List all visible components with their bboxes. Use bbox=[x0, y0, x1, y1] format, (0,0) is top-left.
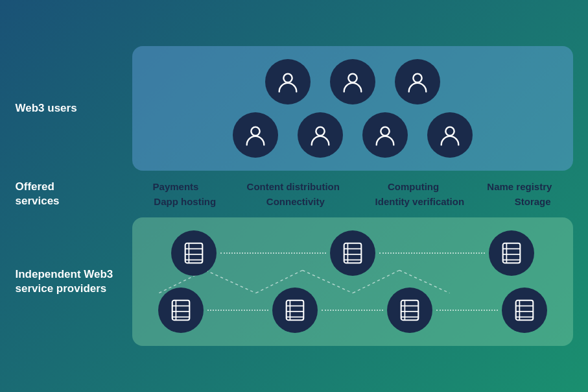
server-icon bbox=[283, 298, 307, 323]
user-avatar bbox=[233, 112, 278, 158]
service-name-registry: Name registry bbox=[487, 181, 552, 192]
user-icon bbox=[276, 69, 300, 94]
dot-connector bbox=[379, 252, 485, 254]
user-avatar bbox=[330, 59, 375, 104]
server-node bbox=[387, 288, 432, 333]
server-icon bbox=[182, 241, 206, 265]
providers-panel bbox=[132, 217, 573, 346]
user-avatar bbox=[427, 112, 473, 158]
service-identity-verification: Identity verification bbox=[375, 196, 465, 207]
providers-bottom-row bbox=[152, 288, 554, 333]
dot-connector bbox=[220, 252, 326, 254]
offered-services-label: Offered services bbox=[16, 180, 119, 208]
svg-point-0 bbox=[283, 74, 292, 82]
web3-users-row: Web3 users bbox=[16, 46, 573, 171]
server-icon bbox=[499, 241, 524, 265]
user-icon bbox=[308, 123, 333, 147]
server-node bbox=[502, 288, 547, 333]
providers-label: Independent Web3 service providers bbox=[16, 267, 119, 296]
server-icon bbox=[169, 298, 193, 323]
services-panel: Payments Content distribution Computing … bbox=[132, 176, 573, 212]
user-icon bbox=[340, 69, 365, 94]
users-panel bbox=[132, 46, 573, 171]
dot-connector bbox=[207, 310, 269, 311]
service-storage: Storage bbox=[515, 196, 551, 207]
user-avatar bbox=[362, 112, 408, 158]
user-icon bbox=[438, 123, 462, 147]
service-payments: Payments bbox=[153, 181, 199, 192]
svg-point-2 bbox=[413, 74, 421, 82]
svg-point-1 bbox=[348, 74, 357, 82]
providers-row: Independent Web3 service providers bbox=[16, 217, 573, 346]
svg-point-6 bbox=[445, 127, 454, 136]
users-bottom-row bbox=[152, 112, 554, 158]
server-icon bbox=[340, 241, 365, 265]
server-icon bbox=[397, 298, 422, 323]
services-row: Offered services Payments Content distri… bbox=[16, 176, 573, 212]
dot-connector bbox=[322, 310, 383, 311]
svg-point-4 bbox=[316, 127, 324, 136]
user-icon bbox=[373, 123, 397, 147]
providers-top-row bbox=[152, 230, 554, 276]
svg-point-5 bbox=[381, 127, 389, 136]
main-layout: Web3 users bbox=[16, 46, 573, 346]
users-top-row bbox=[152, 59, 554, 104]
user-icon bbox=[405, 69, 430, 94]
svg-point-3 bbox=[251, 127, 259, 136]
server-node bbox=[158, 288, 204, 333]
server-icon bbox=[512, 298, 537, 323]
user-avatar bbox=[395, 59, 440, 104]
server-node bbox=[330, 230, 375, 276]
services-line-1: Payments Content distribution Computing … bbox=[132, 181, 573, 192]
server-node bbox=[171, 230, 217, 276]
service-content-distribution: Content distribution bbox=[247, 181, 340, 192]
service-dapp-hosting: Dapp hosting bbox=[154, 196, 216, 207]
service-connectivity: Connectivity bbox=[266, 196, 325, 207]
user-icon bbox=[243, 123, 268, 147]
providers-inner bbox=[152, 230, 554, 333]
user-avatar bbox=[265, 59, 311, 104]
dot-connector bbox=[436, 310, 498, 311]
web3-users-label: Web3 users bbox=[16, 101, 119, 116]
server-node bbox=[489, 230, 534, 276]
services-line-2: Dapp hosting Connectivity Identity verif… bbox=[132, 196, 573, 207]
service-computing: Computing bbox=[388, 181, 439, 192]
server-node bbox=[272, 288, 318, 333]
user-avatar bbox=[298, 112, 343, 158]
